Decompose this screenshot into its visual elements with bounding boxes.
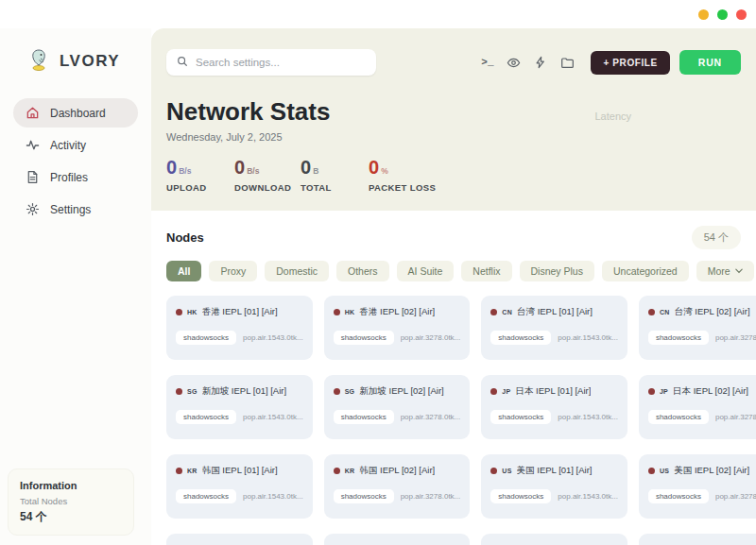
page-title: Network Stats (166, 97, 741, 127)
page-date: Wednesday, July 2, 2025 (166, 131, 741, 143)
node-card[interactable]: KR 韩国 IEPL [01] [Air] shadowsocks pop.ai… (166, 454, 313, 519)
node-group: pop.air.1543.0tk... (558, 492, 618, 501)
file-icon (26, 170, 40, 184)
filter-label: Uncategorized (613, 265, 678, 277)
node-name: 台湾 IEPL [02] [Air] (675, 306, 750, 318)
search-input[interactable] (196, 57, 366, 68)
app-window: LVORY Dashboard (0, 0, 756, 545)
node-name: 新加坡 IEPL [02] [Air] (359, 385, 443, 398)
node-card[interactable]: KR 韩国 IEPL [02] [Air] shadowsocks pop.ai… (324, 454, 471, 519)
node-protocol-tag: shadowsocks (490, 331, 551, 345)
sidebar-item-label: Dashboard (50, 107, 106, 120)
eye-icon[interactable] (507, 56, 521, 70)
node-card-partial[interactable] (481, 534, 627, 545)
node-name: 台湾 IEPL [01] [Air] (517, 306, 593, 318)
main-content: >_ (151, 28, 756, 545)
node-name: 日本 IEPL [01] [Air] (515, 385, 591, 398)
node-status-dot (334, 468, 340, 474)
folder-icon[interactable] (560, 56, 575, 70)
logo: LVORY (0, 28, 151, 76)
node-protocol-tag: shadowsocks (648, 410, 709, 424)
node-country-code: JP (502, 388, 510, 395)
sidebar-item-activity[interactable]: Activity (13, 130, 138, 160)
sidebar: LVORY Dashboard (0, 28, 151, 545)
app-title: LVORY (60, 52, 120, 71)
stat-value: 0 (166, 158, 177, 177)
node-name: 新加坡 IEPL [01] [Air] (202, 385, 286, 398)
stat-value: 0 (369, 158, 379, 177)
filter-uncategorized[interactable]: Uncategorized (602, 261, 689, 281)
node-card-partial[interactable] (166, 534, 313, 545)
header: >_ (151, 28, 756, 211)
filter-proxy[interactable]: Proxy (209, 261, 257, 281)
gear-icon (26, 202, 40, 216)
node-card[interactable]: CN 台湾 IEPL [01] [Air] shadowsocks pop.ai… (481, 296, 627, 360)
node-card[interactable]: US 美国 IEPL [02] [Air] shadowsocks pop.ai… (639, 454, 756, 519)
filter-others[interactable]: Others (336, 261, 389, 281)
stat-value: 0 (234, 158, 245, 177)
node-group: pop.air.3278.0tk... (401, 413, 461, 421)
node-group: pop.air.1543.0tk... (243, 413, 303, 421)
node-protocol-tag: shadowsocks (648, 489, 709, 503)
filter-all[interactable]: All (166, 261, 201, 281)
stat-unit: B (313, 166, 318, 176)
information-panel: Information Total Nodes 54 个 (8, 468, 134, 536)
node-group: pop.air.3278.0tk... (401, 492, 461, 501)
filter-label: Netflix (472, 265, 500, 277)
add-profile-button[interactable]: + PROFILE (591, 51, 669, 75)
sidebar-item-dashboard[interactable]: Dashboard (13, 98, 138, 128)
filter-netflix[interactable]: Netflix (461, 261, 511, 281)
stat-unit: % (381, 166, 388, 176)
node-card[interactable]: JP 日本 IEPL [02] [Air] shadowsocks pop.ai… (639, 375, 756, 439)
duck-logo-icon (26, 47, 51, 76)
search-icon (177, 54, 188, 71)
activity-icon (26, 138, 40, 152)
node-status-dot (490, 309, 497, 315)
node-filters: All Proxy Domestic Others AI Suite Netfl… (166, 261, 741, 281)
node-card[interactable]: US 美国 IEPL [01] [Air] shadowsocks pop.ai… (481, 454, 627, 519)
lightning-icon[interactable] (534, 56, 547, 69)
stat-label: DOWNLOAD (234, 182, 293, 193)
run-button[interactable]: RUN (679, 50, 741, 75)
sidebar-item-label: Profiles (50, 171, 88, 184)
sidebar-item-profiles[interactable]: Profiles (13, 162, 138, 192)
node-group: pop.air.3278.0tk... (401, 333, 461, 342)
node-card[interactable]: SG 新加坡 IEPL [01] [Air] shadowsocks pop.a… (166, 375, 313, 439)
node-card[interactable]: JP 日本 IEPL [01] [Air] shadowsocks pop.ai… (481, 375, 627, 439)
titlebar (0, 0, 756, 28)
node-protocol-tag: shadowsocks (176, 331, 236, 345)
node-status-dot (176, 309, 182, 315)
node-name: 香港 IEPL [02] [Air] (359, 306, 435, 318)
node-card[interactable]: HK 香港 IEPL [01] [Air] shadowsocks pop.ai… (166, 296, 313, 360)
filter-more[interactable]: More (696, 261, 754, 281)
filter-ai-suite[interactable]: AI Suite (397, 261, 455, 281)
sidebar-item-settings[interactable]: Settings (13, 195, 138, 224)
node-protocol-tag: shadowsocks (490, 489, 551, 503)
stat-packet-loss: 0% PACKET LOSS (369, 158, 443, 193)
filter-domestic[interactable]: Domestic (265, 261, 329, 281)
nodes-section: Nodes 54 个 All Proxy Domestic Others AI … (151, 211, 756, 545)
maximize-button[interactable] (717, 9, 728, 20)
node-card[interactable]: CN 台湾 IEPL [02] [Air] shadowsocks pop.ai… (639, 296, 756, 360)
stat-label: PACKET LOSS (369, 182, 436, 193)
node-group: pop.air.3278.0tk... (715, 333, 756, 342)
node-country-code: JP (660, 388, 668, 395)
node-card-partial[interactable] (639, 534, 756, 545)
node-country-code: US (502, 468, 511, 474)
node-card-partial[interactable] (324, 534, 471, 545)
node-status-dot (176, 388, 182, 395)
node-card[interactable]: SG 新加坡 IEPL [02] [Air] shadowsocks pop.a… (324, 375, 471, 439)
node-card[interactable]: HK 香港 IEPL [02] [Air] shadowsocks pop.ai… (324, 296, 471, 360)
node-name: 香港 IEPL [01] [Air] (202, 306, 278, 318)
node-status-dot (334, 309, 340, 315)
terminal-icon[interactable]: >_ (481, 57, 493, 68)
node-protocol-tag: shadowsocks (334, 331, 394, 345)
stat-upload: 0B/s UPLOAD (166, 158, 234, 193)
minimize-button[interactable] (698, 9, 709, 20)
node-protocol-tag: shadowsocks (648, 331, 709, 345)
node-protocol-tag: shadowsocks (334, 410, 394, 424)
close-button[interactable] (736, 9, 747, 20)
node-grid: HK 香港 IEPL [01] [Air] shadowsocks pop.ai… (166, 296, 741, 545)
filter-disney-plus[interactable]: Disney Plus (520, 261, 594, 281)
node-status-dot (648, 309, 655, 315)
